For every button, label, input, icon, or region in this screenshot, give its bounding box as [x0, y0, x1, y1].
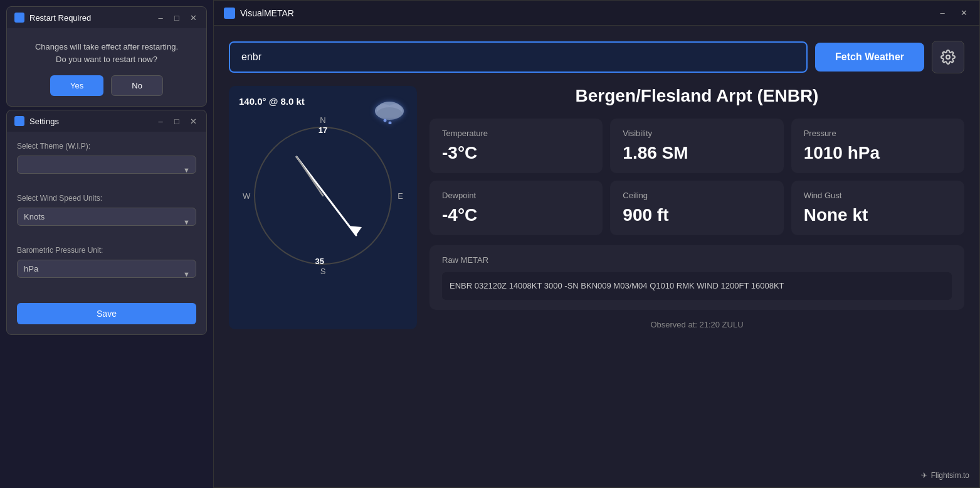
wind-speed-label: Select Wind Speed Units:	[17, 194, 196, 203]
search-input[interactable]	[229, 41, 808, 73]
restart-minimize-button[interactable]: –	[155, 12, 166, 23]
gear-icon-button[interactable]	[932, 41, 964, 73]
dewpoint-value: -4°C	[442, 205, 590, 225]
main-app-logo	[224, 8, 235, 19]
main-app-title: VisualMETAR	[240, 8, 294, 18]
restart-no-button[interactable]: No	[111, 75, 163, 96]
settings-minimize-button[interactable]: –	[155, 115, 166, 127]
restart-yes-button[interactable]: Yes	[50, 75, 103, 96]
raw-metar-text: ENBR 032120Z 14008KT 3000 -SN BKN009 M03…	[442, 272, 952, 300]
pressure-unit-select-wrapper: hPa inHg ▼	[17, 260, 196, 288]
restart-dialog-buttons: Yes No	[17, 75, 196, 96]
settings-close-button[interactable]: ✕	[187, 115, 199, 127]
settings-dialog-title: Settings	[29, 117, 59, 126]
restart-close-button[interactable]: ✕	[187, 12, 199, 23]
flightsim-plane-icon: ✈	[921, 471, 927, 480]
wind-speed-select-wrapper: Knots mph kph ▼	[17, 208, 196, 236]
dewpoint-label: Dewpoint	[442, 191, 590, 200]
restart-message: Changes will take effect after restartin…	[17, 41, 196, 65]
pressure-value: 1010 hPa	[804, 143, 952, 163]
visibility-value: 1.86 SM	[623, 143, 771, 163]
theme-select-wrapper: ▼	[17, 156, 196, 184]
dewpoint-card: Dewpoint -4°C	[429, 181, 603, 235]
restart-dialog-body: Changes will take effect after restartin…	[7, 28, 206, 106]
temperature-card: Temperature -3°C	[429, 119, 603, 173]
restart-maximize-button[interactable]: □	[171, 12, 182, 23]
settings-dialog: Settings – □ ✕ Select Theme (W.I.P): ▼ S…	[6, 110, 207, 335]
settings-titlebar: Settings – □ ✕	[7, 110, 206, 132]
ceiling-card: Ceiling 900 ft	[610, 181, 783, 235]
pressure-unit-label: Barometric Pressure Unit:	[17, 246, 196, 255]
wind-gust-value: None kt	[804, 205, 952, 225]
main-minimize-button[interactable]: –	[937, 8, 948, 19]
theme-select[interactable]	[17, 156, 196, 174]
main-window: VisualMETAR – ✕ Fetch Weather 140.0° @ 8…	[213, 0, 980, 488]
visibility-card: Visibility 1.86 SM	[610, 119, 783, 173]
ceiling-value: 900 ft	[623, 205, 771, 225]
ceiling-label: Ceiling	[623, 191, 771, 200]
wind-speed-select[interactable]: Knots mph kph	[17, 208, 196, 226]
flightsim-label: Flightsim.to	[931, 471, 969, 480]
wind-gust-label: Wind Gust	[804, 191, 952, 200]
temperature-value: -3°C	[442, 143, 590, 163]
raw-metar-title: Raw METAR	[442, 255, 952, 265]
weather-display: 140.0° @ 8.0 kt N S	[229, 86, 964, 329]
airport-name: Bergen/Flesland Arpt (ENBR)	[429, 86, 964, 106]
pressure-label: Pressure	[804, 129, 952, 138]
weather-grid: Temperature -3°C Visibility 1.86 SM Pres…	[429, 119, 964, 235]
visibility-label: Visibility	[623, 129, 771, 138]
pressure-unit-select[interactable]: hPa inHg	[17, 260, 196, 278]
svg-line-9	[297, 157, 323, 196]
fetch-weather-button[interactable]: Fetch Weather	[815, 43, 924, 72]
settings-dialog-logo	[14, 116, 24, 126]
settings-maximize-button[interactable]: □	[171, 115, 182, 127]
restart-dialog-logo	[14, 13, 24, 23]
svg-point-0	[946, 55, 950, 59]
settings-save-button[interactable]: Save	[17, 303, 196, 324]
observed-at: Observed at: 21:20 ZULU	[429, 320, 964, 329]
theme-label: Select Theme (W.I.P):	[17, 142, 196, 151]
main-close-button[interactable]: ✕	[958, 8, 969, 19]
main-content: Fetch Weather 140.0° @ 8.0 kt	[214, 26, 979, 344]
temperature-label: Temperature	[442, 129, 590, 138]
wind-gust-card: Wind Gust None kt	[791, 181, 964, 235]
main-titlebar: VisualMETAR – ✕	[214, 1, 979, 26]
compass-container: N S E W 17 35	[241, 114, 404, 277]
search-row: Fetch Weather	[229, 41, 964, 73]
restart-dialog-title: Restart Required	[29, 13, 91, 23]
wind-panel: 140.0° @ 8.0 kt N S	[229, 86, 417, 329]
svg-line-7	[297, 157, 356, 235]
weather-info: Bergen/Flesland Arpt (ENBR) Temperature …	[429, 86, 964, 329]
settings-body: Select Theme (W.I.P): ▼ Select Wind Spee…	[7, 132, 206, 334]
restart-dialog: Restart Required – □ ✕ Changes will take…	[6, 6, 207, 107]
raw-metar-panel: Raw METAR ENBR 032120Z 14008KT 3000 -SN …	[429, 245, 964, 310]
restart-titlebar: Restart Required – □ ✕	[7, 7, 206, 28]
pressure-card: Pressure 1010 hPa	[791, 119, 964, 173]
compass-needle-svg	[241, 114, 404, 277]
flightsim-branding: ✈ Flightsim.to	[921, 471, 969, 480]
